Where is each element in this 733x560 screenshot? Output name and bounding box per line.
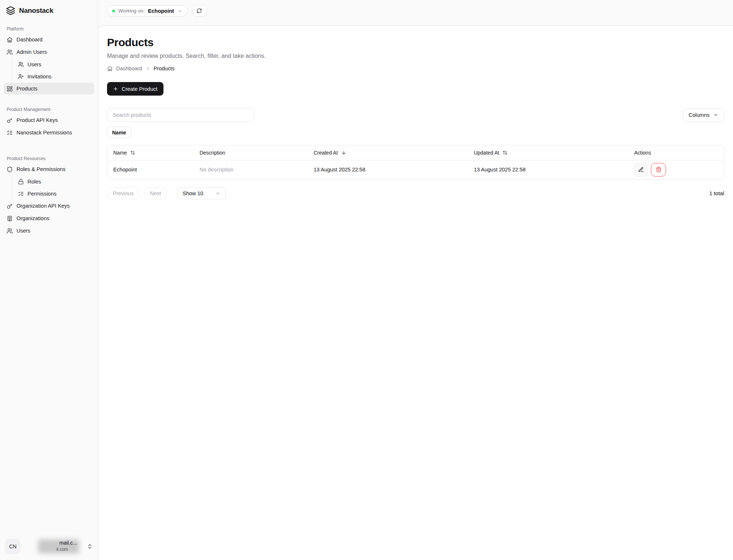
home-icon (7, 37, 13, 43)
list-checks-icon (18, 191, 24, 197)
sidebar-subgroup-admin-users: Users Invitations (12, 59, 94, 82)
breadcrumb: Dashboard Products (107, 66, 724, 71)
create-product-button[interactable]: Create Product (107, 82, 163, 96)
working-on-label: Working on: (118, 8, 145, 14)
layout-grid-icon (7, 86, 13, 92)
layers-logo-icon (6, 6, 15, 15)
sidebar-item-organizations[interactable]: Organizations (4, 212, 94, 224)
table-header-row: Name Description Created At (107, 145, 724, 160)
sidebar-item-label: Invitations (27, 74, 51, 79)
sidebar-item-roles-permissions[interactable]: Roles & Permissions (4, 163, 94, 175)
users-icon (18, 62, 24, 67)
sidebar: Nanostack Platform Dashboard Admin Users (0, 0, 98, 560)
sidebar-item-label: Users (27, 62, 41, 67)
sidebar-item-product-api-keys[interactable]: Product API Keys (4, 114, 94, 126)
section-label-platform: Platform (4, 23, 94, 34)
page-subtitle: Manage and review products. Search, filt… (107, 53, 724, 59)
delete-button[interactable] (651, 163, 666, 177)
arrow-up-down-icon (502, 150, 508, 155)
plus-icon (113, 86, 118, 92)
cell-product-name: Echopoint (107, 160, 194, 179)
users-icon (7, 228, 13, 234)
search-input[interactable] (107, 108, 254, 122)
columns-button[interactable]: Columns (683, 108, 724, 122)
edit-button[interactable] (634, 163, 648, 177)
create-product-label: Create Product (122, 86, 158, 92)
chevron-down-icon (713, 112, 718, 118)
total-count: 1 total (709, 190, 724, 196)
shield-icon (7, 166, 13, 173)
content-panel: Products Manage and review products. Sea… (98, 26, 733, 560)
user-menu[interactable]: CN mail.c... il.com (4, 537, 94, 556)
column-header-created-at[interactable]: Created At (314, 150, 462, 156)
topbar: Working on: Echopoint (98, 0, 733, 26)
sidebar-item-label: Dashboard (16, 37, 43, 42)
sidebar-item-label: Admin Users (16, 49, 47, 55)
column-header-updated-at[interactable]: Updated At (474, 150, 622, 156)
section-label-product-resources: Product Resources (4, 153, 94, 163)
pagination-bar: Previous Next Show 10 1 total (107, 187, 724, 199)
main-area: Working on: Echopoint Products Manage an… (98, 0, 733, 560)
avatar: CN (5, 539, 21, 554)
sidebar-item-label: Product API Keys (16, 117, 58, 123)
key-icon (7, 117, 13, 123)
refresh-button[interactable] (192, 5, 207, 16)
arrow-up-down-icon (130, 150, 135, 155)
sidebar-item-label: Users (16, 228, 30, 234)
home-icon (107, 66, 113, 71)
breadcrumb-current: Products (154, 66, 174, 71)
user-email-line1: mail.c... (59, 539, 83, 546)
trash-icon (656, 167, 662, 173)
sidebar-item-dashboard[interactable]: Dashboard (4, 34, 94, 45)
cell-created-at: 13 August 2025 22:58 (308, 160, 468, 179)
sidebar-item-organization-api-keys[interactable]: Organization API Keys (4, 200, 94, 212)
workspace-name: Echopoint (148, 8, 174, 14)
column-label: Updated At (474, 150, 499, 156)
sidebar-item-label: Organizations (16, 215, 49, 221)
cell-product-description: No description (194, 160, 307, 179)
sidebar-item-users[interactable]: Users (15, 59, 94, 70)
columns-label: Columns (689, 112, 710, 118)
chevron-down-icon (177, 8, 183, 14)
column-header-actions: Actions (634, 150, 718, 156)
page-title: Products (107, 36, 724, 49)
workspace-switcher[interactable]: Working on: Echopoint (107, 5, 188, 16)
sidebar-item-nanostack-permissions[interactable]: Nanostack Permissions (4, 127, 94, 138)
avatar-initials: CN (9, 544, 16, 549)
chevrons-up-down-icon (87, 544, 93, 549)
users-icon (7, 49, 13, 55)
pencil-icon (638, 167, 644, 173)
column-label: Actions (634, 150, 651, 156)
sidebar-item-label: Organization API Keys (16, 203, 70, 209)
brand-header[interactable]: Nanostack (4, 4, 94, 19)
status-dot (112, 10, 115, 12)
breadcrumb-dashboard[interactable]: Dashboard (116, 66, 142, 71)
sidebar-item-invitations[interactable]: Invitations (15, 71, 94, 82)
arrow-down-icon (341, 150, 346, 155)
sidebar-item-users-resource[interactable]: Users (4, 225, 94, 237)
user-email-block: mail.c... il.com (24, 539, 83, 553)
sidebar-item-roles[interactable]: Roles (15, 176, 94, 187)
lock-icon (18, 179, 24, 185)
table-row: Echopoint No description 13 August 2025 … (107, 160, 724, 179)
page-size-select[interactable]: Show 10 (177, 187, 226, 199)
user-plus-icon (18, 74, 24, 79)
sidebar-item-permissions[interactable]: Permissions (15, 188, 94, 199)
list-checks-icon (7, 130, 13, 136)
column-header-description[interactable]: Description (199, 150, 302, 156)
filter-chip-name[interactable]: Name (107, 127, 131, 138)
refresh-icon (196, 8, 202, 14)
filter-chip-row: Name (107, 127, 724, 138)
column-label: Name (113, 150, 127, 156)
sidebar-item-admin-users[interactable]: Admin Users (4, 46, 94, 58)
sidebar-item-products[interactable]: Products (4, 83, 94, 94)
next-page-button[interactable]: Next (144, 187, 167, 199)
products-table: Name Description Created At (107, 145, 724, 179)
column-header-name[interactable]: Name (113, 150, 188, 156)
chevron-down-icon (216, 191, 221, 196)
sidebar-item-label: Roles (27, 179, 41, 185)
sidebar-item-label: Roles & Permissions (16, 166, 66, 172)
building-icon (7, 215, 13, 222)
brand-name: Nanostack (19, 7, 53, 15)
previous-page-button[interactable]: Previous (107, 187, 139, 199)
